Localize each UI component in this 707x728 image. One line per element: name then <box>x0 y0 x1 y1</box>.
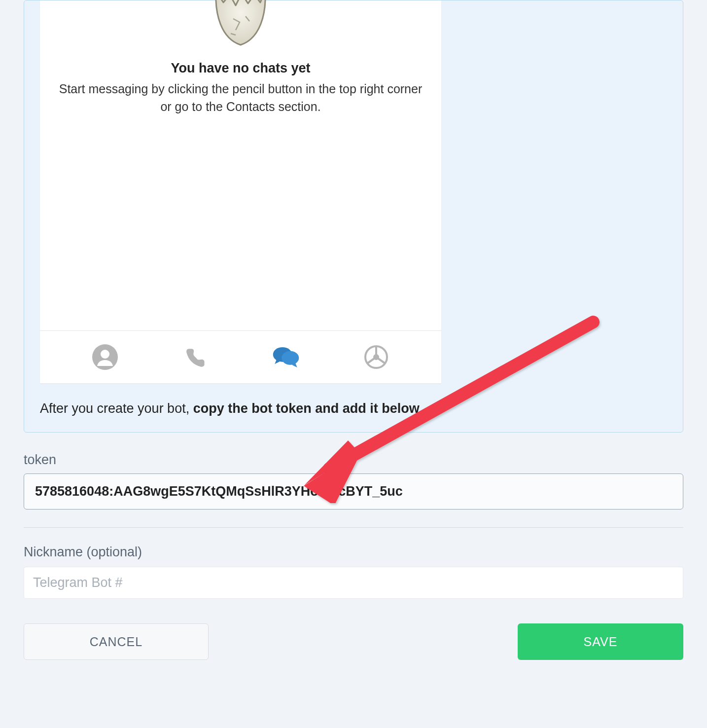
egg-icon <box>206 0 275 51</box>
token-label: token <box>24 452 683 468</box>
no-chats-title: You have no chats yet <box>171 61 310 76</box>
cancel-button[interactable]: CANCEL <box>24 623 209 660</box>
phone-tabbar <box>40 331 441 383</box>
settings-icon[interactable] <box>362 343 390 371</box>
nickname-label: Nickname (optional) <box>24 545 683 560</box>
contacts-icon[interactable] <box>91 343 119 371</box>
nickname-input[interactable] <box>24 567 683 599</box>
phone-empty-state: You have no chats yet Start messaging by… <box>40 0 441 331</box>
svg-point-1 <box>101 350 109 359</box>
token-input[interactable] <box>24 473 683 510</box>
instruction-panel: You have no chats yet Start messaging by… <box>24 0 683 433</box>
svg-point-3 <box>282 351 299 365</box>
instruction-bold: copy the bot token and add it below <box>193 401 420 416</box>
phone-screenshot: You have no chats yet Start messaging by… <box>40 0 441 383</box>
instruction-prefix: After you create your bot, <box>40 401 193 416</box>
save-button[interactable]: SAVE <box>518 623 683 660</box>
no-chats-subtitle: Start messaging by clicking the pencil b… <box>40 80 441 116</box>
button-row: CANCEL SAVE <box>24 623 683 660</box>
calls-icon[interactable] <box>181 343 209 371</box>
divider <box>24 527 683 528</box>
chats-icon[interactable] <box>272 343 300 371</box>
instruction-suffix: . <box>420 401 424 416</box>
instruction-text: After you create your bot, copy the bot … <box>40 401 667 416</box>
